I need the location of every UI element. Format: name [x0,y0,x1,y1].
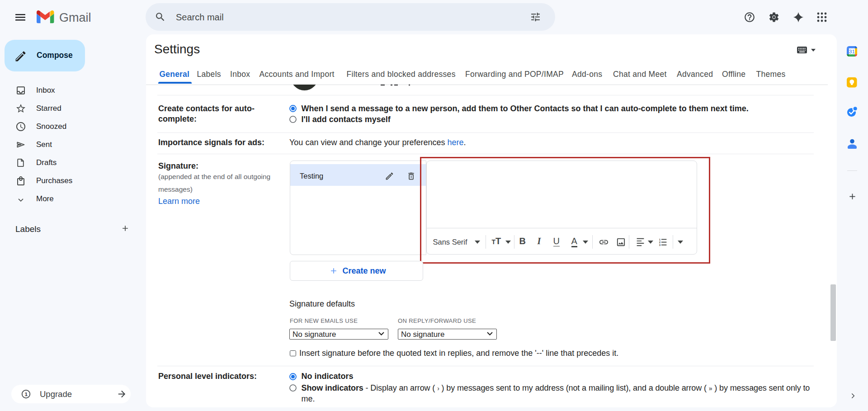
svg-text:31: 31 [849,49,855,54]
svg-text:1: 1 [25,391,28,397]
